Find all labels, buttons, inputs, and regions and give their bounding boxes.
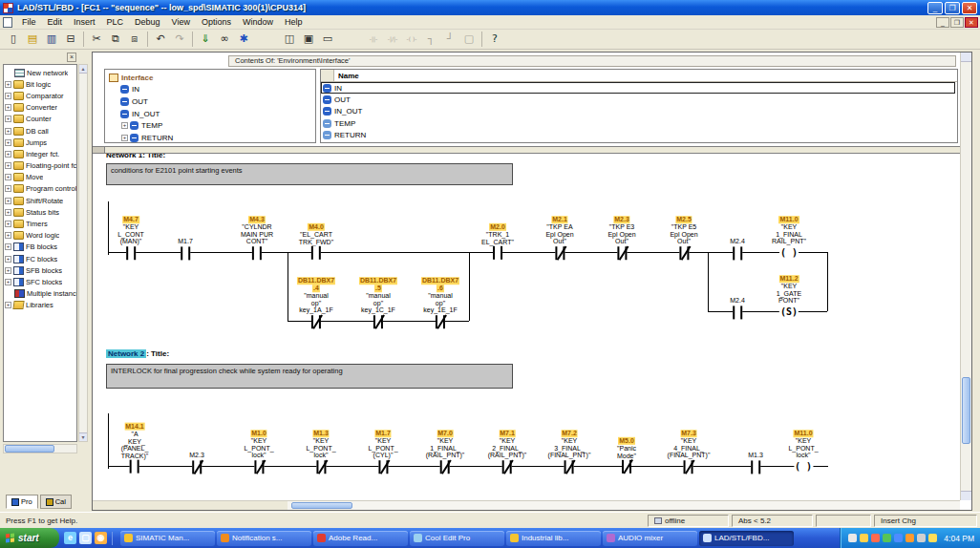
catalog-item-bit-logic[interactable]: +Bit logic	[4, 78, 76, 90]
expander-icon[interactable]: +	[5, 128, 11, 135]
catalog-item-libraries[interactable]: +Libraries	[4, 300, 76, 311]
catalog-item-jumps[interactable]: +Jumps	[4, 137, 76, 148]
interface-tree-item-return[interactable]: +RETURN	[105, 132, 315, 143]
cut-button[interactable]: ✂	[87, 31, 106, 48]
contact-no-m1-7[interactable]: M1.7	[178, 238, 193, 260]
menu-insert[interactable]: Insert	[68, 16, 101, 28]
undo-button[interactable]: ↶	[151, 31, 170, 48]
contact-no-m4-0[interactable]: M4.0"EL_CARTTRK_FWD"	[299, 223, 333, 260]
contact-nc-db11-dbx7-4[interactable]: DB11.DBX7.4"manualop"key_1A_1F	[297, 277, 335, 328]
internet-explorer-icon[interactable]: e	[64, 532, 76, 544]
scroll-up-arrow-icon[interactable]: ▴	[79, 65, 87, 74]
expander-icon[interactable]: +	[5, 256, 11, 263]
catalog-item-db-call[interactable]: +DB call	[4, 125, 76, 137]
close-button[interactable]: ✕	[962, 2, 977, 14]
contact-nc-button[interactable]: -|/|-	[383, 31, 402, 48]
catalog-item-integer-fct[interactable]: +Integer fct.	[4, 148, 76, 159]
interface-tree-item-in-out[interactable]: IN_OUT	[105, 108, 315, 120]
contact-nc-m1-7[interactable]: M1.7"KEYL_PONT_(CYL)"	[368, 430, 397, 474]
catalog-item-program-control[interactable]: +Program control	[4, 183, 76, 195]
start-button[interactable]: start	[0, 528, 59, 548]
contact-nc-db11-dbx7-5[interactable]: DB11.DBX7.5"manualop"key_1C_1F	[359, 277, 397, 328]
table-row-in-out[interactable]: IN_OUT	[321, 106, 957, 117]
table-row-return[interactable]: RETURN	[321, 130, 957, 141]
network-comment[interactable]: conditions for E2101 point starting even…	[106, 163, 513, 185]
editor-horizontal-scrollbar[interactable]	[288, 500, 960, 510]
expander-icon[interactable]: +	[5, 209, 11, 216]
contact-nc-db11-dbx7-6[interactable]: DB11.DBX7.6"manualop"key_1E_1F	[421, 277, 459, 328]
contact-nc-m2-5[interactable]: M2.5"TKP E5Epl OpenOut"	[670, 216, 697, 260]
expander-icon[interactable]: +	[5, 174, 11, 180]
output-coil-m11-0[interactable]: M11.0"KEY1_FINALRAIL_PNT"( )	[772, 216, 806, 260]
show-desktop-icon[interactable]: ▢	[79, 532, 92, 544]
catalog-item-status-bits[interactable]: +Status bits	[4, 206, 76, 218]
monitor-glasses-button[interactable]: ∞	[215, 31, 234, 48]
taskbar-button-lad-stl-fbd[interactable]: LAD/STL/FBD...	[699, 531, 794, 546]
network-title[interactable]: Network 1: Title:	[106, 154, 165, 161]
menu-window[interactable]: Window	[237, 16, 279, 28]
new-network-button[interactable]: ◫	[280, 31, 299, 48]
catalog-item-fb-blocks[interactable]: +FB blocks	[4, 242, 76, 253]
menu-help[interactable]: Help	[279, 16, 309, 28]
help-cursor-button[interactable]: ?	[485, 31, 504, 48]
antivirus-icon[interactable]	[883, 534, 891, 542]
contact-nc-m1-3[interactable]: M1.3"KEYL_PONT_lock"	[306, 430, 335, 474]
set-coil-m11-2[interactable]: M11.2"KEY1_GATEPONT"(S)	[777, 275, 801, 319]
contact-no-m2-4[interactable]: M2.4	[730, 238, 745, 260]
contact-nc-m7-2[interactable]: M7.2"KEY3_FINAL_(FINAL_PNT)"	[548, 430, 591, 474]
expander-icon[interactable]: +	[5, 116, 11, 122]
catalog-item-converter[interactable]: +Converter	[4, 102, 76, 114]
expander-icon[interactable]: +	[5, 243, 11, 250]
taskbar-button-audio-mixer[interactable]: AUDIO mixer	[603, 531, 697, 546]
paste-button[interactable]: ⧈	[125, 31, 144, 48]
network-icon[interactable]	[860, 534, 868, 542]
scheduler-icon[interactable]	[928, 534, 937, 542]
network-title[interactable]: Network 2: Title:	[106, 349, 169, 360]
interface-tree-item-temp[interactable]: +TEMP	[105, 119, 315, 132]
contact-nc-m7-1[interactable]: M7.1"KEY2_FINAL_(RAIL_PNT)"	[488, 430, 527, 474]
expander-icon[interactable]: +	[5, 185, 11, 192]
catalog-item-fc-blocks[interactable]: +FC blocks	[4, 253, 76, 264]
interface-tree-item-in[interactable]: IN	[105, 84, 315, 96]
pane-splitter[interactable]	[93, 146, 960, 154]
expander-icon[interactable]: +	[5, 279, 11, 285]
contact-no-m1-3[interactable]: M1.3	[748, 452, 763, 474]
contact-nc-m2-3[interactable]: M2.3	[189, 452, 204, 474]
contact-no-m14-1[interactable]: M14.1"A_KEY_(PANEL_TRACK)"	[121, 423, 149, 474]
expander-icon[interactable]: +	[5, 81, 11, 88]
expander-icon[interactable]: +	[5, 104, 11, 111]
menu-options[interactable]: Options	[196, 16, 237, 28]
scrollbar-thumb[interactable]	[5, 445, 54, 453]
mdi-close-button[interactable]: ✕	[965, 17, 978, 28]
open-button[interactable]: ▤	[23, 31, 42, 48]
contact-nc-m7-3[interactable]: M7.3"KEY4_FINAL_(FINAL_PNT)"	[668, 430, 711, 474]
contact-nc-m7-0[interactable]: M7.0"KEY1_FINAL_(RAIL_PNT)"	[426, 430, 465, 474]
open-branch-button[interactable]: ┐	[421, 31, 440, 48]
menu-file[interactable]: File	[16, 16, 42, 28]
messenger-icon[interactable]	[894, 534, 903, 542]
network-comment[interactable]: INTERLOCK for final progression check wh…	[106, 364, 513, 389]
scrollbar-thumb[interactable]	[291, 502, 352, 509]
catalog-item-counter[interactable]: +Counter	[4, 114, 76, 125]
mdi-restore-button[interactable]: ❐	[950, 17, 964, 28]
volume-icon[interactable]	[848, 534, 857, 542]
redo-button[interactable]: ↷	[170, 31, 189, 48]
taskbar-button-cool-edit-pro[interactable]: Cool Edit Pro	[410, 531, 504, 546]
table-row-out[interactable]: OUT	[321, 94, 957, 105]
catalog-horizontal-scrollbar[interactable]	[3, 444, 77, 453]
catalog-item-comparator[interactable]: +Comparator	[4, 90, 76, 101]
taskbar-button-industrial-lib[interactable]: Industrial lib...	[506, 531, 601, 546]
expander-icon[interactable]: +	[121, 135, 128, 141]
contact-no-m4-7[interactable]: M4.7"KEYL_CONT(MAN)"	[117, 216, 144, 260]
contact-no-m4-3[interactable]: M4.3"CYLNDRMAIN PURCONT"	[241, 216, 273, 260]
contact-no-m2-4[interactable]: M2.4	[730, 297, 745, 319]
expander-icon[interactable]: +	[5, 221, 11, 227]
menu-edit[interactable]: Edit	[42, 16, 69, 28]
catalog-item-multiple-instances[interactable]: Multiple instances	[4, 288, 76, 300]
minimize-button[interactable]: _	[927, 2, 943, 14]
catalog-item-word-logic[interactable]: +Word logic	[4, 230, 76, 242]
program-elements-button[interactable]: ▣	[299, 31, 318, 48]
network-comment-button[interactable]: ▭	[318, 31, 337, 48]
contact-nc-m5-0[interactable]: M5.0"PanicMode"	[617, 437, 636, 474]
expander-icon[interactable]: +	[5, 302, 11, 308]
